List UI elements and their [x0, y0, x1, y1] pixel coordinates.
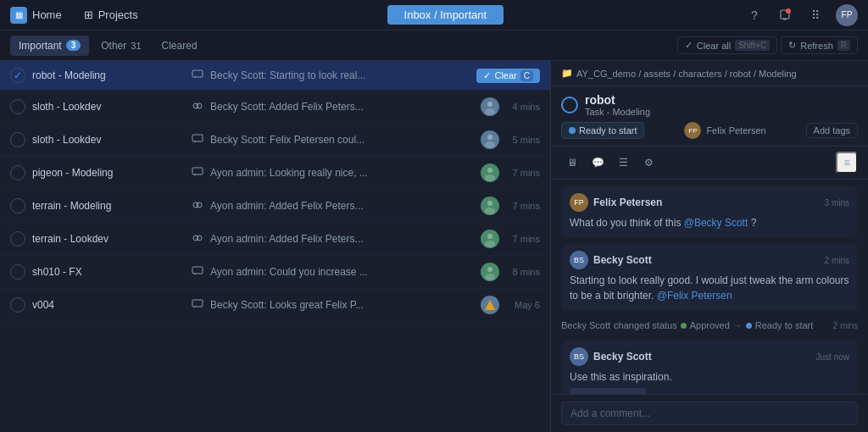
comment-user-becky-2: BS Becky Scott: [570, 347, 652, 366]
row-check[interactable]: [10, 297, 25, 313]
home-icon: ▦: [10, 7, 27, 24]
help-button[interactable]: ?: [744, 5, 765, 25]
monitor-icon-button[interactable]: 🖥: [561, 152, 583, 174]
row-message-text: Becky Scott: Added Felix Peters...: [210, 101, 474, 113]
svg-point-14: [487, 168, 492, 173]
row-task-name: sloth - Lookdev: [32, 134, 185, 146]
comment-felix: FP Felix Petersen 3 mins What do you thi…: [561, 186, 858, 237]
add-tags-button[interactable]: Add tags: [806, 123, 858, 138]
tab-other-count: 31: [131, 41, 141, 51]
row-time: 7 mins: [506, 234, 540, 244]
tab-other-label: Other: [101, 40, 126, 52]
tab-other[interactable]: Other 31: [92, 36, 149, 56]
list-view-button[interactable]: ≡: [836, 152, 858, 174]
felix-username: Felix Petersen: [593, 197, 662, 208]
row-check[interactable]: ✓: [10, 68, 25, 83]
to-status-dot: [746, 323, 752, 329]
tab-cleared-label: Cleared: [162, 40, 198, 52]
row-message-text: Becky Scott: Looks great Felix P...: [210, 299, 474, 311]
felix-avatar: FP: [570, 193, 588, 212]
inbox-row[interactable]: sh010 - FXAyon admin: Could you increase…: [0, 256, 550, 289]
refresh-shortcut: R: [837, 40, 850, 51]
svg-point-28: [487, 267, 492, 272]
becky-comment-time: 2 mins: [825, 256, 849, 265]
comment-input[interactable]: [561, 402, 858, 425]
status-change-user: Becky Scott: [561, 320, 610, 330]
row-time: 7 mins: [506, 168, 540, 178]
row-check[interactable]: [10, 198, 25, 213]
row-clear-button[interactable]: ✓ClearC: [476, 69, 540, 83]
row-message-text: Ayon admin: Added Felix Peters...: [210, 233, 474, 245]
row-message-icon: [192, 101, 203, 113]
inbox-button[interactable]: Inbox / Important: [387, 5, 504, 25]
clear-all-button[interactable]: ✓ Clear all Shift+C: [677, 36, 777, 54]
task-status-badge[interactable]: Ready to start: [561, 122, 644, 139]
clear-all-label: Clear all: [697, 41, 731, 51]
row-avatar: [481, 197, 499, 215]
row-check[interactable]: [10, 264, 25, 280]
refresh-button[interactable]: ↻ Refresh R: [781, 36, 858, 54]
tab-cleared[interactable]: Cleared: [153, 36, 206, 56]
row-avatar: [481, 130, 499, 149]
home-label: Home: [32, 8, 62, 21]
svg-point-20: [485, 208, 495, 214]
felix-comment-text: What do you think of this @Becky Scott ?: [570, 215, 849, 230]
becky-comment-text: Starting to look really good. I would ju…: [570, 273, 849, 303]
from-status-label: Approved: [690, 320, 730, 330]
row-message-icon: [192, 134, 203, 146]
inbox-row[interactable]: sloth - LookdevBecky Scott: Added Felix …: [0, 91, 550, 124]
tabs-bar: Important 3 Other 31 Cleared ✓ Clear all…: [0, 30, 868, 61]
inbox-row[interactable]: ✓robot - ModelingBecky Scott: Starting t…: [0, 61, 550, 91]
refresh-icon: ↻: [788, 40, 796, 51]
comment-icon-button[interactable]: 💬: [587, 152, 609, 174]
svg-rect-8: [192, 135, 203, 141]
row-task-name: terrain - Lookdev: [32, 233, 185, 245]
svg-point-19: [487, 201, 492, 206]
row-check[interactable]: [10, 99, 25, 114]
inbox-row[interactable]: sloth - LookdevBecky Scott: Felix Peters…: [0, 124, 550, 157]
task-header: robot Task - Modeling Ready to start FP …: [551, 86, 868, 147]
row-check[interactable]: [10, 165, 25, 180]
notification-button[interactable]: [775, 5, 795, 25]
inbox-row[interactable]: v004Becky Scott: Looks great Felix P...M…: [0, 289, 550, 322]
inbox-row[interactable]: terrain - LookdevAyon admin: Added Felix…: [0, 223, 550, 256]
tab-important-badge: 3: [66, 40, 81, 51]
comment-becky-2: BS Becky Scott Just now Use this as insp…: [561, 341, 858, 394]
row-check[interactable]: [10, 132, 25, 147]
tab-important-label: Important: [19, 40, 62, 52]
felix-comment-time: 3 mins: [825, 198, 849, 208]
felix-mention: @Becky Scott: [684, 217, 748, 229]
row-check[interactable]: [10, 231, 25, 246]
task-status-circle: [561, 97, 578, 114]
settings-icon-button[interactable]: ⚙: [637, 152, 659, 174]
becky-avatar: BS: [570, 251, 588, 269]
row-avatar: [481, 230, 499, 248]
comment-user-felix: FP Felix Petersen: [570, 193, 662, 212]
main-layout: ✓robot - ModelingBecky Scott: Starting t…: [0, 61, 868, 432]
task-name: robot: [585, 93, 650, 107]
svg-rect-2: [192, 70, 203, 77]
row-avatar: [481, 163, 499, 182]
svg-point-22: [197, 235, 202, 241]
becky-last-text: Use this as inspiration.: [570, 369, 849, 385]
apps-button[interactable]: ⠿: [805, 5, 826, 25]
checklist-icon-button[interactable]: ☰: [612, 152, 634, 174]
task-type: Task - Modeling: [585, 107, 650, 117]
inbox-row[interactable]: terrain - ModelingAyon admin: Added Feli…: [0, 190, 550, 223]
clear-all-shortcut: Shift+C: [735, 40, 770, 51]
check-icon: ✓: [685, 40, 693, 51]
home-nav[interactable]: ▦ Home: [10, 7, 62, 24]
image-attachment: [570, 388, 646, 394]
status-change-text: changed status: [614, 320, 677, 330]
status-label: Ready to start: [579, 125, 637, 136]
inbox-row[interactable]: pigeon - ModelingAyon admin: Looking rea…: [0, 157, 550, 190]
becky-username-2: Becky Scott: [593, 351, 652, 363]
comment-user-becky: BS Becky Scott: [570, 251, 652, 269]
row-time: 7 mins: [506, 201, 540, 211]
user-avatar[interactable]: FP: [836, 4, 858, 26]
row-message-text: Becky Scott: Starting to look real...: [210, 69, 470, 81]
tab-important[interactable]: Important 3: [10, 36, 89, 56]
row-task-name: robot - Modeling: [32, 69, 185, 81]
projects-nav[interactable]: ⊞ Projects: [75, 8, 147, 21]
row-message-text: Becky Scott: Felix Petersen coul...: [210, 134, 474, 146]
